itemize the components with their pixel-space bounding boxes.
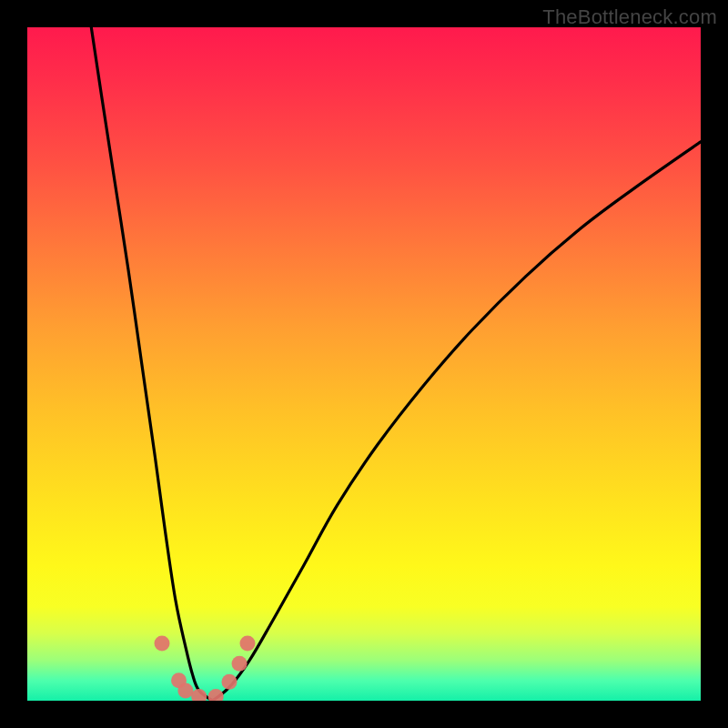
watermark-text: TheBottleneck.com	[542, 5, 717, 29]
marker-group	[155, 636, 256, 701]
marker-dot	[239, 636, 255, 652]
marker-dot	[232, 656, 248, 672]
series-right-branch	[213, 142, 702, 701]
chart-frame: TheBottleneck.com	[0, 0, 728, 728]
marker-dot	[155, 636, 170, 652]
curve-group	[91, 27, 701, 701]
marker-dot	[191, 689, 207, 701]
marker-dot	[208, 689, 224, 701]
marker-dot	[177, 682, 193, 698]
marker-dot	[222, 674, 238, 690]
curve-layer	[27, 27, 701, 701]
series-left-branch	[91, 27, 212, 701]
plot-area	[27, 27, 701, 701]
